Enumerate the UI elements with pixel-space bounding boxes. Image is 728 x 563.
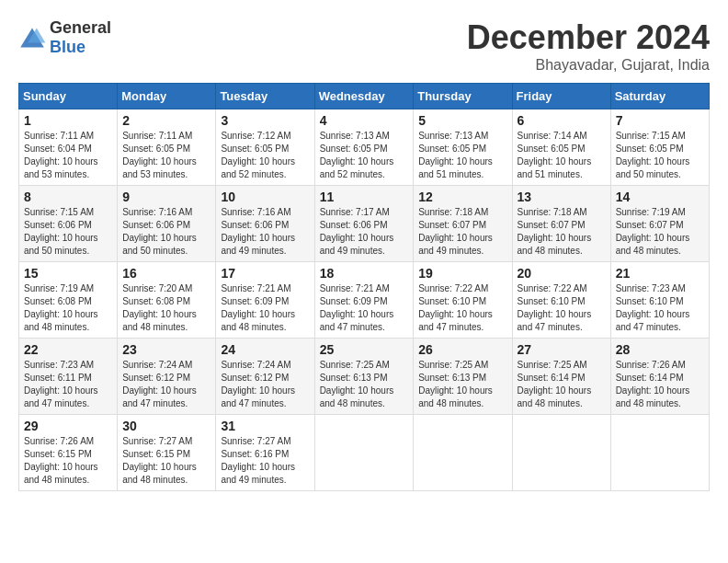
day-info: Sunrise: 7:16 AM Sunset: 6:06 PM Dayligh… bbox=[122, 206, 210, 258]
calendar-cell: 12Sunrise: 7:18 AM Sunset: 6:07 PM Dayli… bbox=[414, 186, 512, 262]
day-info: Sunrise: 7:15 AM Sunset: 6:06 PM Dayligh… bbox=[24, 206, 112, 258]
calendar-cell: 3Sunrise: 7:12 AM Sunset: 6:05 PM Daylig… bbox=[216, 109, 314, 186]
day-info: Sunrise: 7:13 AM Sunset: 6:05 PM Dayligh… bbox=[320, 130, 409, 181]
day-info: Sunrise: 7:23 AM Sunset: 6:11 PM Dayligh… bbox=[24, 359, 112, 410]
day-info: Sunrise: 7:18 AM Sunset: 6:07 PM Dayligh… bbox=[518, 206, 606, 258]
calendar-cell bbox=[314, 415, 414, 491]
weekday-header-row: SundayMondayTuesdayWednesdayThursdayFrid… bbox=[19, 84, 710, 109]
day-number: 24 bbox=[221, 342, 309, 357]
day-number: 2 bbox=[122, 113, 210, 128]
day-number: 28 bbox=[616, 342, 704, 357]
logo-icon bbox=[18, 27, 46, 49]
day-info: Sunrise: 7:18 AM Sunset: 6:07 PM Dayligh… bbox=[418, 206, 506, 258]
calendar-cell: 23Sunrise: 7:24 AM Sunset: 6:12 PM Dayli… bbox=[118, 339, 216, 415]
day-number: 23 bbox=[122, 342, 210, 357]
day-number: 15 bbox=[24, 266, 112, 281]
calendar-cell: 14Sunrise: 7:19 AM Sunset: 6:07 PM Dayli… bbox=[610, 186, 709, 262]
calendar-cell: 29Sunrise: 7:26 AM Sunset: 6:15 PM Dayli… bbox=[19, 415, 118, 491]
calendar-table: SundayMondayTuesdayWednesdayThursdayFrid… bbox=[18, 83, 710, 491]
weekday-header-friday: Friday bbox=[512, 84, 610, 109]
calendar-cell: 15Sunrise: 7:19 AM Sunset: 6:08 PM Dayli… bbox=[19, 262, 118, 339]
day-number: 17 bbox=[221, 266, 309, 281]
day-number: 18 bbox=[320, 266, 409, 281]
day-number: 3 bbox=[221, 113, 309, 128]
calendar-cell: 22Sunrise: 7:23 AM Sunset: 6:11 PM Dayli… bbox=[19, 339, 118, 415]
location-title: Bhayavadar, Gujarat, India bbox=[467, 57, 710, 74]
day-number: 14 bbox=[616, 190, 704, 204]
day-number: 8 bbox=[24, 190, 112, 204]
weekday-header-wednesday: Wednesday bbox=[314, 84, 414, 109]
calendar-week-row: 15Sunrise: 7:19 AM Sunset: 6:08 PM Dayli… bbox=[19, 262, 710, 339]
day-number: 25 bbox=[320, 342, 409, 357]
calendar-cell: 27Sunrise: 7:25 AM Sunset: 6:14 PM Dayli… bbox=[512, 339, 610, 415]
day-info: Sunrise: 7:19 AM Sunset: 6:08 PM Dayligh… bbox=[24, 282, 112, 334]
calendar-cell: 7Sunrise: 7:15 AM Sunset: 6:05 PM Daylig… bbox=[610, 109, 709, 186]
calendar-week-row: 29Sunrise: 7:26 AM Sunset: 6:15 PM Dayli… bbox=[19, 415, 710, 491]
calendar-cell: 4Sunrise: 7:13 AM Sunset: 6:05 PM Daylig… bbox=[314, 109, 414, 186]
day-info: Sunrise: 7:20 AM Sunset: 6:08 PM Dayligh… bbox=[122, 282, 210, 334]
logo: General Blue bbox=[18, 18, 111, 57]
calendar-cell: 10Sunrise: 7:16 AM Sunset: 6:06 PM Dayli… bbox=[216, 186, 314, 262]
calendar-cell: 16Sunrise: 7:20 AM Sunset: 6:08 PM Dayli… bbox=[118, 262, 216, 339]
day-number: 4 bbox=[320, 113, 409, 128]
day-info: Sunrise: 7:24 AM Sunset: 6:12 PM Dayligh… bbox=[122, 359, 210, 410]
weekday-header-monday: Monday bbox=[118, 84, 216, 109]
day-info: Sunrise: 7:19 AM Sunset: 6:07 PM Dayligh… bbox=[616, 206, 704, 258]
day-info: Sunrise: 7:22 AM Sunset: 6:10 PM Dayligh… bbox=[418, 282, 506, 334]
day-info: Sunrise: 7:23 AM Sunset: 6:10 PM Dayligh… bbox=[616, 282, 704, 334]
day-info: Sunrise: 7:16 AM Sunset: 6:06 PM Dayligh… bbox=[221, 206, 309, 258]
calendar-cell: 13Sunrise: 7:18 AM Sunset: 6:07 PM Dayli… bbox=[512, 186, 610, 262]
day-number: 1 bbox=[24, 113, 112, 128]
day-info: Sunrise: 7:25 AM Sunset: 6:13 PM Dayligh… bbox=[418, 359, 506, 410]
day-number: 29 bbox=[24, 419, 112, 433]
day-info: Sunrise: 7:26 AM Sunset: 6:15 PM Dayligh… bbox=[24, 435, 112, 487]
calendar-cell: 21Sunrise: 7:23 AM Sunset: 6:10 PM Dayli… bbox=[610, 262, 709, 339]
calendar-cell: 9Sunrise: 7:16 AM Sunset: 6:06 PM Daylig… bbox=[118, 186, 216, 262]
day-number: 16 bbox=[122, 266, 210, 281]
logo-blue: Blue bbox=[50, 38, 85, 56]
calendar-cell: 28Sunrise: 7:26 AM Sunset: 6:14 PM Dayli… bbox=[610, 339, 709, 415]
day-number: 22 bbox=[24, 342, 112, 357]
day-info: Sunrise: 7:11 AM Sunset: 6:05 PM Dayligh… bbox=[122, 130, 210, 181]
month-title: December 2024 bbox=[467, 18, 710, 57]
day-number: 6 bbox=[518, 113, 606, 128]
calendar-cell: 8Sunrise: 7:15 AM Sunset: 6:06 PM Daylig… bbox=[19, 186, 118, 262]
day-info: Sunrise: 7:25 AM Sunset: 6:13 PM Dayligh… bbox=[320, 359, 409, 410]
calendar-week-row: 1Sunrise: 7:11 AM Sunset: 6:04 PM Daylig… bbox=[19, 109, 710, 186]
calendar-cell: 30Sunrise: 7:27 AM Sunset: 6:15 PM Dayli… bbox=[118, 415, 216, 491]
day-number: 20 bbox=[518, 266, 606, 281]
day-number: 26 bbox=[418, 342, 506, 357]
day-number: 27 bbox=[518, 342, 606, 357]
weekday-header-tuesday: Tuesday bbox=[216, 84, 314, 109]
calendar-cell: 31Sunrise: 7:27 AM Sunset: 6:16 PM Dayli… bbox=[216, 415, 314, 491]
day-number: 31 bbox=[221, 419, 309, 433]
day-info: Sunrise: 7:13 AM Sunset: 6:05 PM Dayligh… bbox=[418, 130, 506, 181]
weekday-header-thursday: Thursday bbox=[414, 84, 512, 109]
calendar-cell: 18Sunrise: 7:21 AM Sunset: 6:09 PM Dayli… bbox=[314, 262, 414, 339]
calendar-cell: 5Sunrise: 7:13 AM Sunset: 6:05 PM Daylig… bbox=[414, 109, 512, 186]
day-info: Sunrise: 7:27 AM Sunset: 6:15 PM Dayligh… bbox=[122, 435, 210, 487]
day-info: Sunrise: 7:27 AM Sunset: 6:16 PM Dayligh… bbox=[221, 435, 309, 487]
calendar-cell: 20Sunrise: 7:22 AM Sunset: 6:10 PM Dayli… bbox=[512, 262, 610, 339]
day-number: 30 bbox=[122, 419, 210, 433]
calendar-cell: 2Sunrise: 7:11 AM Sunset: 6:05 PM Daylig… bbox=[118, 109, 216, 186]
day-info: Sunrise: 7:25 AM Sunset: 6:14 PM Dayligh… bbox=[518, 359, 606, 410]
calendar-cell: 17Sunrise: 7:21 AM Sunset: 6:09 PM Dayli… bbox=[216, 262, 314, 339]
day-info: Sunrise: 7:22 AM Sunset: 6:10 PM Dayligh… bbox=[518, 282, 606, 334]
header: General Blue December 2024 Bhayavadar, G… bbox=[18, 18, 710, 74]
calendar-cell: 26Sunrise: 7:25 AM Sunset: 6:13 PM Dayli… bbox=[414, 339, 512, 415]
calendar-cell bbox=[414, 415, 512, 491]
calendar-week-row: 22Sunrise: 7:23 AM Sunset: 6:11 PM Dayli… bbox=[19, 339, 710, 415]
day-number: 10 bbox=[221, 190, 309, 204]
day-info: Sunrise: 7:24 AM Sunset: 6:12 PM Dayligh… bbox=[221, 359, 309, 410]
day-info: Sunrise: 7:17 AM Sunset: 6:06 PM Dayligh… bbox=[320, 206, 409, 258]
day-number: 12 bbox=[418, 190, 506, 204]
weekday-header-saturday: Saturday bbox=[610, 84, 709, 109]
calendar-cell bbox=[610, 415, 709, 491]
calendar-cell: 11Sunrise: 7:17 AM Sunset: 6:06 PM Dayli… bbox=[314, 186, 414, 262]
day-info: Sunrise: 7:12 AM Sunset: 6:05 PM Dayligh… bbox=[221, 130, 309, 181]
day-info: Sunrise: 7:21 AM Sunset: 6:09 PM Dayligh… bbox=[320, 282, 409, 334]
day-number: 21 bbox=[616, 266, 704, 281]
calendar-week-row: 8Sunrise: 7:15 AM Sunset: 6:06 PM Daylig… bbox=[19, 186, 710, 262]
day-number: 19 bbox=[418, 266, 506, 281]
